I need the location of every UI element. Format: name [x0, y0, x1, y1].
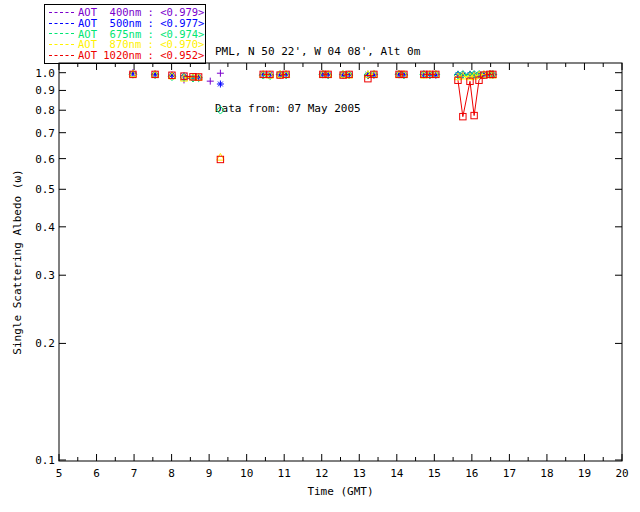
series-line-segment [463, 81, 470, 116]
data-point-marker [217, 70, 224, 77]
series-aot-1020nm [130, 71, 496, 162]
series-line-segment [458, 80, 463, 116]
x-tick-label: 13 [353, 467, 366, 480]
y-tick-label: 0.1 [35, 454, 55, 467]
x-axis-title: Time (GMT) [307, 485, 373, 498]
x-tick-label: 18 [540, 467, 553, 480]
series-aot-675nm [129, 71, 497, 114]
data-point-marker [207, 78, 214, 85]
y-tick-label: 0.7 [35, 127, 55, 140]
y-tick-label: 0.6 [35, 153, 55, 166]
y-tick-label: 0.4 [35, 221, 55, 234]
y-tick-label: 0.5 [35, 183, 55, 196]
series-line-segment [470, 81, 474, 115]
series-line-segment [474, 80, 479, 115]
x-tick-label: 12 [315, 467, 328, 480]
x-tick-label: 16 [465, 467, 478, 480]
series-line-segment [184, 76, 193, 77]
ssa-time-series-chart: 5678910111213141516171819201.00.90.80.70… [0, 0, 640, 512]
x-tick-label: 9 [206, 467, 213, 480]
x-tick-label: 11 [278, 467, 291, 480]
x-tick-label: 7 [131, 467, 138, 480]
data-point-marker [217, 106, 225, 114]
y-axis-title: Single Scattering Albedo (ω) [11, 169, 24, 354]
x-tick-label: 14 [390, 467, 404, 480]
data-point-marker [217, 81, 224, 88]
x-tick-label: 15 [428, 467, 441, 480]
data-point-marker [217, 153, 224, 160]
series-line-segment [463, 76, 470, 77]
series-aot-870nm [129, 70, 496, 160]
x-tick-label: 19 [578, 467, 591, 480]
x-tick-label: 5 [56, 467, 63, 480]
y-tick-label: 1.0 [35, 67, 55, 80]
y-tick-label: 0.8 [35, 104, 55, 117]
x-tick-label: 6 [93, 467, 100, 480]
x-tick-label: 20 [615, 467, 628, 480]
y-tick-label: 0.9 [35, 84, 55, 97]
x-tick-label: 17 [503, 467, 516, 480]
x-tick-label: 10 [240, 467, 253, 480]
y-tick-label: 0.3 [35, 269, 55, 282]
x-tick-label: 8 [168, 467, 175, 480]
y-tick-label: 0.2 [35, 337, 55, 350]
plot-page: AOT 400nm : <0.979> AOT 500nm : <0.977> … [0, 0, 640, 512]
axes [59, 63, 622, 461]
plot-frame [59, 63, 622, 461]
